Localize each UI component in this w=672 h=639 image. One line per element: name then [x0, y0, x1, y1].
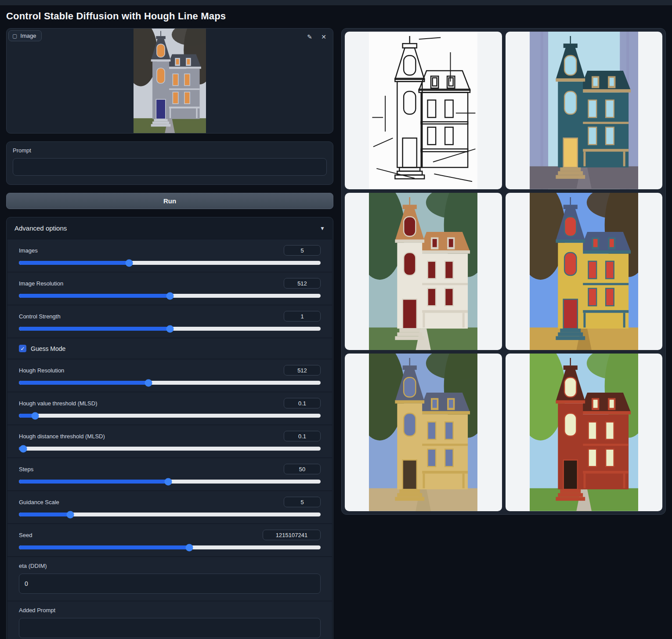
slider-label-hough-resolution: Hough Resolution [19, 367, 64, 374]
slider-value-images[interactable] [284, 245, 321, 256]
prompt-panel: Prompt [6, 141, 333, 185]
slider-label-images: Images [19, 247, 38, 254]
slider-track-image-resolution[interactable] [19, 294, 321, 298]
textbox-row-added-prompt: Added Prompt [7, 601, 332, 639]
slider-track-hough-value-threshold-mlsd[interactable] [19, 414, 321, 418]
output-gallery [341, 28, 666, 515]
slider-value-hough-distance-threshold-mlsd[interactable] [284, 431, 321, 441]
gallery-item-red-brick-victorian-painting[interactable] [506, 354, 663, 511]
slider-label-guidance-scale: Guidance Scale [19, 499, 59, 505]
slider-track-guidance-scale[interactable] [19, 513, 321, 516]
slider-thumb-image-resolution[interactable] [166, 292, 173, 300]
close-icon[interactable]: ✕ [319, 32, 329, 42]
slider-row-images: Images [7, 239, 332, 272]
slider-label-hough-value-threshold-mlsd: Hough value threshold (MLSD) [19, 400, 97, 407]
slider-label-seed: Seed [19, 532, 32, 538]
slider-thumb-hough-value-threshold-mlsd[interactable] [32, 412, 39, 419]
slider-row-hough-distance-threshold-mlsd: Hough distance threshold (MLSD) [7, 425, 332, 458]
run-button[interactable]: Run [6, 193, 333, 209]
slider-value-steps[interactable] [284, 464, 321, 474]
slider-track-hough-resolution[interactable] [19, 381, 321, 385]
main-layout: ▢ Image ✎ ✕ Prompt Run Advanced options … [0, 28, 672, 639]
slider-thumb-guidance-scale[interactable] [66, 511, 74, 518]
advanced-options-title: Advanced options [14, 224, 67, 232]
textbox-input-eta-ddim[interactable] [19, 574, 321, 594]
input-image-panel: ▢ Image ✎ ✕ [6, 28, 333, 134]
gallery-item-teal-victorian-painting[interactable] [506, 32, 663, 189]
slider-row-control-strength: Control Strength [7, 305, 332, 338]
victorian-house-photo [134, 28, 206, 134]
slider-row-steps: Steps [7, 458, 332, 491]
slider-label-hough-distance-threshold-mlsd: Hough distance threshold (MLSD) [19, 433, 105, 440]
slider-thumb-hough-distance-threshold-mlsd[interactable] [20, 445, 27, 452]
textbox-input-added-prompt[interactable] [19, 618, 321, 638]
top-strip [0, 0, 672, 5]
slider-label-control-strength: Control Strength [19, 313, 61, 320]
slider-label-steps: Steps [19, 466, 33, 473]
page-title: Control Stable Diffusion with Hough Line… [0, 5, 672, 28]
slider-thumb-hough-resolution[interactable] [145, 379, 152, 386]
slider-row-guidance-scale: Guidance Scale [7, 491, 332, 523]
slider-label-image-resolution: Image Resolution [19, 280, 63, 287]
image-panel-label: ▢ Image [8, 30, 42, 41]
slider-value-seed[interactable] [263, 530, 321, 540]
advanced-options-header[interactable]: Advanced options ▼ [7, 217, 333, 239]
checkbox-row-guess-mode: ✓ Guess Mode [7, 338, 332, 359]
slider-track-seed[interactable] [19, 545, 321, 549]
image-toolbar: ✎ ✕ [305, 32, 329, 42]
slider-row-hough-value-threshold-mlsd: Hough value threshold (MLSD) [7, 392, 332, 425]
red-brick-victorian-painting [530, 354, 638, 511]
slider-track-hough-distance-threshold-mlsd[interactable] [19, 447, 321, 451]
image-icon: ▢ [12, 33, 17, 39]
slider-value-image-resolution[interactable] [284, 278, 321, 289]
gallery-item-white-victorian-painting[interactable] [345, 193, 502, 350]
textbox-label-eta-ddim: eta (DDIM) [19, 563, 321, 569]
checkbox-label-guess-mode[interactable]: Guess Mode [31, 345, 65, 352]
gold-victorian-painting [369, 354, 477, 511]
slider-thumb-control-strength[interactable] [166, 325, 173, 332]
slider-thumb-seed[interactable] [186, 544, 193, 551]
slider-row-seed: Seed [7, 523, 332, 556]
chevron-down-icon: ▼ [320, 225, 325, 231]
checkbox-guess-mode[interactable]: ✓ [19, 345, 26, 352]
slider-value-guidance-scale[interactable] [284, 497, 321, 507]
prompt-label: Prompt [13, 147, 327, 154]
slider-row-hough-resolution: Hough Resolution [7, 359, 332, 392]
gallery-item-hough-line-map[interactable] [345, 32, 502, 189]
gallery-item-gold-victorian-painting[interactable] [345, 354, 502, 511]
slider-track-control-strength[interactable] [19, 327, 321, 331]
slider-value-hough-resolution[interactable] [284, 365, 321, 375]
textbox-label-added-prompt: Added Prompt [19, 607, 321, 614]
teal-victorian-painting [530, 32, 638, 189]
controls-column: ▢ Image ✎ ✕ Prompt Run Advanced options … [6, 28, 333, 639]
slider-value-hough-value-threshold-mlsd[interactable] [284, 398, 321, 408]
yellow-teal-victorian-painting [530, 193, 638, 350]
gallery-item-yellow-teal-victorian-painting[interactable] [506, 193, 663, 350]
slider-row-image-resolution: Image Resolution [7, 272, 332, 305]
advanced-options-panel: Advanced options ▼ Images Image Resoluti… [6, 217, 333, 639]
advanced-options-rows: Images Image Resolution Control Strength [7, 239, 333, 639]
white-victorian-painting [369, 193, 477, 350]
pencil-icon[interactable]: ✎ [305, 32, 314, 42]
hough-line-map [369, 32, 477, 189]
input-image-thumbnail[interactable] [134, 28, 206, 134]
slider-value-control-strength[interactable] [284, 311, 321, 321]
image-label-text: Image [20, 32, 36, 39]
slider-track-steps[interactable] [19, 480, 321, 484]
slider-track-images[interactable] [19, 261, 321, 265]
textbox-row-eta-ddim: eta (DDIM) [7, 556, 332, 601]
prompt-input[interactable] [13, 158, 327, 176]
slider-thumb-steps[interactable] [165, 478, 172, 485]
slider-thumb-images[interactable] [125, 259, 133, 267]
